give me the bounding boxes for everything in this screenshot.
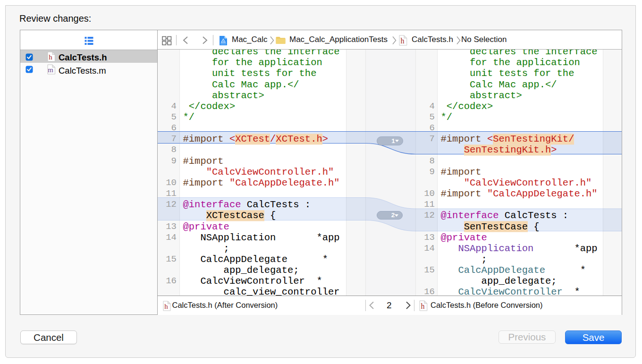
svg-text:h: h — [164, 303, 168, 310]
svg-text:h: h — [421, 302, 425, 310]
svg-text:h: h — [401, 37, 405, 45]
svg-text:m: m — [48, 66, 53, 74]
svg-text:h: h — [49, 53, 52, 61]
